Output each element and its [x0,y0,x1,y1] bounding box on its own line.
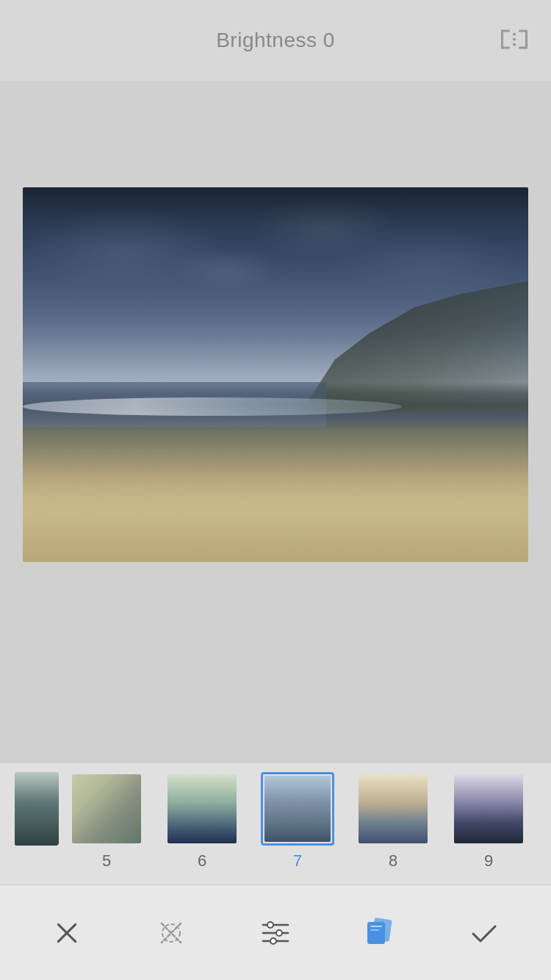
top-bar: Brightness 0 [0,0,551,81]
filter-thumb-inner-7 [264,776,331,842]
svg-rect-3 [525,30,527,49]
filter-strip: 5 6 7 8 9 [0,763,551,884]
svg-rect-2 [501,47,510,49]
svg-rect-4 [519,30,527,32]
filter-number-6: 6 [198,851,206,871]
color-tint [23,187,528,562]
filter-thumb-inner-5 [72,774,141,843]
svg-rect-19 [367,922,385,944]
filter-thumb-8 [356,772,430,846]
filter-thumb-inner-partial [15,772,59,846]
styles-button[interactable] [354,907,406,959]
main-image[interactable] [23,187,528,562]
styles-icon [364,916,395,950]
filter-item-7[interactable]: 7 [250,772,345,871]
auto-button[interactable] [145,907,197,959]
image-container [0,81,551,786]
filter-item-partial[interactable] [15,772,59,846]
filter-thumb-partial [15,772,59,846]
confirm-button[interactable] [458,907,510,959]
svg-rect-5 [519,47,527,49]
svg-point-13 [267,922,273,928]
svg-point-7 [513,38,516,41]
svg-rect-0 [501,30,503,49]
filter-number-9: 9 [484,851,493,871]
filter-thumb-inner-9 [454,774,523,843]
filter-item-6[interactable]: 6 [154,772,250,871]
filter-thumb-9 [452,772,525,846]
adjust-button[interactable] [250,907,301,959]
svg-rect-21 [370,929,379,931]
compare-icon [500,27,529,52]
bottom-toolbar [0,884,551,980]
filter-thumb-inner-8 [359,774,428,843]
sparkle-icon [156,918,187,948]
filter-item-9[interactable]: 9 [441,772,536,871]
svg-point-6 [513,33,516,36]
filter-item-8[interactable]: 8 [345,772,441,871]
compare-button[interactable] [492,20,536,62]
svg-point-17 [270,938,276,944]
filter-thumb-7 [261,772,334,846]
svg-point-15 [276,930,282,936]
svg-rect-1 [501,30,510,32]
filter-items: 5 6 7 8 9 [0,772,551,871]
filter-number-8: 8 [389,851,397,871]
close-icon [54,920,80,946]
filter-thumb-5 [70,772,143,846]
filter-number-5: 5 [102,851,111,871]
filter-item-5[interactable]: 5 [59,772,154,871]
filter-thumb-inner-6 [168,774,237,843]
beach-scene [23,187,528,562]
checkmark-icon [469,918,500,948]
adjust-icon [260,918,291,948]
svg-point-8 [513,43,516,46]
svg-rect-20 [370,926,382,927]
brightness-label: Brightness 0 [216,29,335,52]
cancel-button[interactable] [41,907,93,959]
filter-number-7: 7 [293,851,302,871]
filter-thumb-6 [165,772,239,846]
